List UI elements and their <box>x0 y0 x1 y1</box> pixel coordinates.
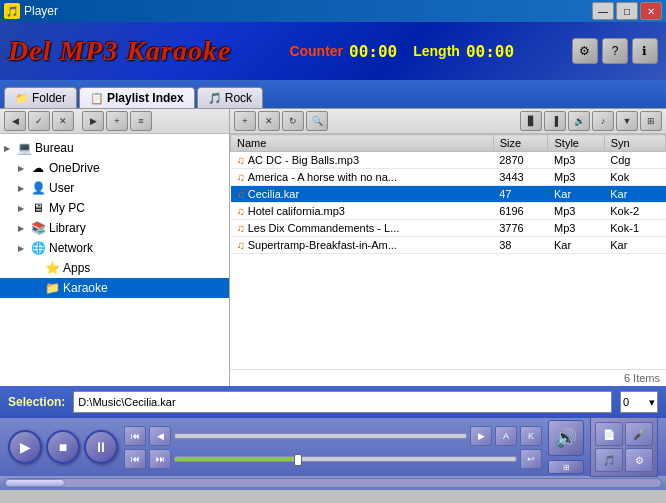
file-icon-btn[interactable]: 📄 <box>595 422 623 446</box>
tree-item-onedrive[interactable]: ▶ ☁ OneDrive <box>0 158 229 178</box>
prev-track-btn[interactable]: ⏮ <box>124 449 146 469</box>
settings2-icon-btn[interactable]: ⚙ <box>625 448 653 472</box>
bar-chart2-btn[interactable]: ▐ <box>544 111 566 131</box>
add-file-btn[interactable]: + <box>234 111 256 131</box>
up-button[interactable]: ✕ <box>52 111 74 131</box>
counter-value: 00:00 <box>349 42 397 61</box>
pause-button[interactable]: ⏸ <box>84 430 118 464</box>
tab-rock[interactable]: 🎵 Rock <box>197 87 263 108</box>
table-row[interactable]: ♫AC DC - Big Balls.mp3 2870 Mp3 Cdg <box>231 152 666 169</box>
table-row[interactable]: ♫Cecilia.kar 47 Kar Kar <box>231 186 666 203</box>
karaoke-btn[interactable]: K <box>520 426 542 446</box>
tree-item-library[interactable]: ▶ 📚 Library <box>0 218 229 238</box>
counter-section: Counter 00:00 Length 00:00 <box>289 42 514 61</box>
tab-folder-label: Folder <box>32 91 66 105</box>
tree-item-mypc[interactable]: ▶ 🖥 My PC <box>0 198 229 218</box>
prev-btn[interactable]: ◀ <box>149 426 171 446</box>
back-button[interactable]: ◀ <box>4 111 26 131</box>
col-size[interactable]: Size <box>493 135 548 152</box>
stop-button[interactable]: ■ <box>46 430 80 464</box>
table-row[interactable]: ♫Supertramp-Breakfast-in-Am... 38 Kar Ka… <box>231 237 666 254</box>
tree-item-network[interactable]: ▶ 🌐 Network <box>0 238 229 258</box>
app-icon: 🎵 <box>4 3 20 19</box>
play-button[interactable]: ▶ <box>8 430 42 464</box>
help-icon[interactable]: ? <box>602 38 628 64</box>
cell-size: 3776 <box>493 220 548 237</box>
cell-size: 38 <box>493 237 548 254</box>
col-syn[interactable]: Syn <box>604 135 665 152</box>
titlebar-controls: — □ ✕ <box>592 2 662 20</box>
next-btn[interactable]: ▶ <box>470 426 492 446</box>
search-btn[interactable]: 🔍 <box>306 111 328 131</box>
bottom-scrollbar[interactable] <box>0 476 666 490</box>
mic-icon-btn[interactable]: 🎤 <box>625 422 653 446</box>
cell-style: Mp3 <box>548 220 604 237</box>
tab-rock-label: Rock <box>225 91 252 105</box>
refresh-btn[interactable]: ↻ <box>282 111 304 131</box>
repeat-btn[interactable]: ↩ <box>520 449 542 469</box>
right-icon-row-2: 🎵 ⚙ <box>595 448 653 472</box>
tree-arrow: ▶ <box>18 244 30 253</box>
cell-syn: Kok-2 <box>604 203 665 220</box>
scroll-track[interactable] <box>4 478 662 488</box>
selection-label: Selection: <box>8 395 65 409</box>
play-controls: ▶ ■ ⏸ <box>8 430 118 464</box>
col-name[interactable]: Name <box>231 135 494 152</box>
tree-icon-network: 🌐 <box>30 240 46 256</box>
music-icon-btn[interactable]: 🎵 <box>595 448 623 472</box>
progress-track[interactable] <box>174 433 467 439</box>
tab-playlist-label: Playlist Index <box>107 91 184 105</box>
table-row[interactable]: ♫Les Dix Commandements - L... 3776 Mp3 K… <box>231 220 666 237</box>
table-row[interactable]: ♫America - A horse with no na... 3443 Mp… <box>231 169 666 186</box>
tree-icon-mypc: 🖥 <box>30 200 46 216</box>
tree-item-apps[interactable]: ⭐ Apps <box>0 258 229 278</box>
minimize-button[interactable]: — <box>592 2 614 20</box>
transport-area: ⏮ ◀ ▶ A K ⏮ ⏭ ↩ <box>124 426 542 469</box>
right-panel: + ✕ ↻ 🔍 ▊ ▐ 🔊 ♪ ▼ ⊞ Name Size Style Syn <box>230 109 666 386</box>
vol-btn[interactable]: 🔊 <box>568 111 590 131</box>
app-name: Player <box>24 4 58 18</box>
tab-playlist[interactable]: 📋 Playlist Index <box>79 87 195 108</box>
tree-icon-onedrive: ☁ <box>30 160 46 176</box>
left-panel: ◀ ✓ ✕ ▶ + ≡ ▶ 💻 Bureau ▶ ☁ OneDrive ▶ 👤 … <box>0 109 230 386</box>
scroll-thumb[interactable] <box>5 479 65 487</box>
table-row[interactable]: ♫Hotel california.mp3 6196 Mp3 Kok-2 <box>231 203 666 220</box>
bar-chart-btn[interactable]: ▊ <box>520 111 542 131</box>
note-btn[interactable]: ♪ <box>592 111 614 131</box>
forward-button[interactable]: ✓ <box>28 111 50 131</box>
speaker-icon-panel: 🔊 <box>548 420 584 456</box>
cell-size: 6196 <box>493 203 548 220</box>
volume-track[interactable] <box>174 456 517 462</box>
next-track-btn[interactable]: ⏭ <box>149 449 171 469</box>
titlebar-left: 🎵 Player <box>4 3 58 19</box>
letter-a-btn[interactable]: A <box>495 426 517 446</box>
close-button[interactable]: ✕ <box>640 2 662 20</box>
cell-name: ♫Cecilia.kar <box>231 186 494 203</box>
remove-file-btn[interactable]: ✕ <box>258 111 280 131</box>
counter-label: Counter <box>289 43 343 59</box>
header-band: Del MP3 Karaoke Counter 00:00 Length 00:… <box>0 22 666 80</box>
grid-btn[interactable]: ⊞ <box>640 111 662 131</box>
col-style[interactable]: Style <box>548 135 604 152</box>
tree-icon-karaoke: 📁 <box>44 280 60 296</box>
add-btn-left[interactable]: + <box>106 111 128 131</box>
tree-item-user[interactable]: ▶ 👤 User <box>0 178 229 198</box>
tree-arrow: ▶ <box>18 184 30 193</box>
tab-folder[interactable]: 📁 Folder <box>4 87 77 108</box>
file-table: Name Size Style Syn ♫AC DC - Big Balls.m… <box>230 134 666 254</box>
cell-size: 47 <box>493 186 548 203</box>
tree-item-bureau[interactable]: ▶ 💻 Bureau <box>0 138 229 158</box>
tree-item-karaoke[interactable]: 📁 Karaoke <box>0 278 229 298</box>
expand-panel[interactable]: ⊞ <box>548 460 584 474</box>
down-btn[interactable]: ▼ <box>616 111 638 131</box>
play-btn-left[interactable]: ▶ <box>82 111 104 131</box>
maximize-button[interactable]: □ <box>616 2 638 20</box>
selection-input[interactable] <box>73 391 612 413</box>
cell-name: ♫Supertramp-Breakfast-in-Am... <box>231 237 494 254</box>
right-controls: 🔊 ⊞ <box>548 420 584 474</box>
tree-label-user: User <box>49 181 74 195</box>
info-icon[interactable]: ℹ <box>632 38 658 64</box>
settings-icon[interactable]: ⚙ <box>572 38 598 64</box>
prev-fast-btn[interactable]: ⏮ <box>124 426 146 446</box>
list-btn-left[interactable]: ≡ <box>130 111 152 131</box>
